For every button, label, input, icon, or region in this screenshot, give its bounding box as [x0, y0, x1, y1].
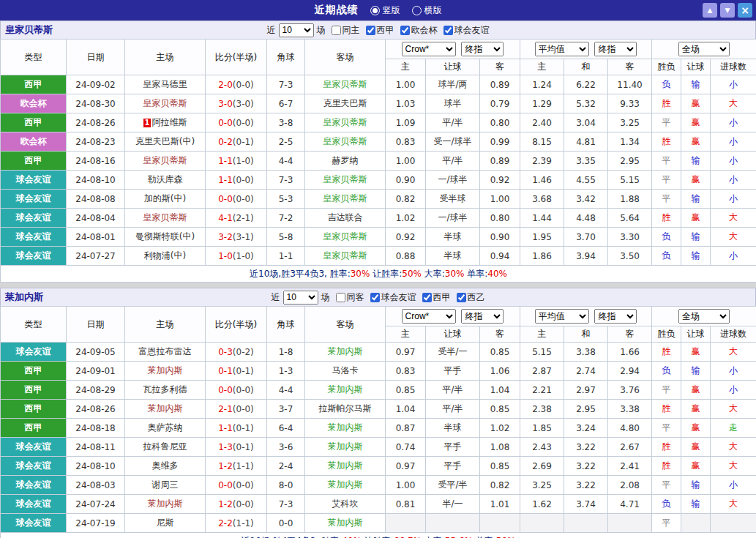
avg-provider-select[interactable]: 平均值: [535, 309, 589, 324]
home-team: 奥萨苏纳: [125, 419, 206, 438]
league-checkbox[interactable]: [457, 293, 466, 302]
scroll-up-button[interactable]: ▲: [703, 3, 717, 18]
avg-away-cell: 3.76: [608, 381, 652, 400]
avg-draw-cell: 2.95: [564, 400, 608, 419]
scroll-down-button[interactable]: ▼: [720, 3, 735, 18]
league-filter-segunda[interactable]: 西乙: [457, 291, 485, 304]
odds-stage-select[interactable]: 终指: [461, 309, 504, 324]
league-filter-laliga[interactable]: 西甲: [422, 291, 451, 304]
away-team-label: 莱加内斯: [328, 346, 363, 356]
avg-home-cell: 1.29: [520, 94, 564, 113]
result-goals-cell: 大: [711, 495, 756, 514]
corner-cell: 2-5: [267, 132, 305, 152]
home-team: 尼斯: [125, 514, 206, 533]
league-type-badge: 西甲: [1, 381, 67, 400]
away-team-label: 皇家贝蒂斯: [323, 193, 367, 203]
avg-provider-select[interactable]: 平均值: [535, 42, 589, 56]
avg-draw-cell: 3.22: [564, 438, 608, 457]
scope-select[interactable]: 全场: [678, 309, 730, 324]
odds-away-cell: [480, 514, 520, 533]
score-cell: 1-3(0-1): [206, 438, 267, 457]
window-controls: ▲ ▼ ×: [703, 3, 752, 18]
league-filter-laliga[interactable]: 西甲: [366, 24, 394, 37]
same-venue-filter[interactable]: 同主: [332, 24, 360, 37]
corner-cell: 6-4: [267, 419, 305, 438]
match-date: 24-09-01: [67, 362, 125, 381]
odds-handicap-cell: 半球: [426, 228, 480, 247]
odds-stage-select[interactable]: 终指: [461, 42, 504, 56]
full-score: 1-3: [218, 442, 233, 452]
same-venue-checkbox[interactable]: [332, 26, 341, 35]
away-team: 莱加内斯: [305, 514, 386, 533]
up-arrow-icon: ▲: [708, 7, 713, 14]
result-handicap-cell: 输: [681, 190, 711, 209]
match-row: 球会友谊24-07-24莱加内斯1-2(0-0)7-3艾科坎0.81半/一1.0…: [1, 495, 756, 514]
col-header-score: 比分(半场): [206, 307, 267, 343]
col-header-handicap-result: 让球: [681, 59, 711, 75]
match-count-select[interactable]: 10: [283, 291, 318, 305]
same-venue-filter[interactable]: 同客: [336, 291, 364, 304]
league-checkbox[interactable]: [370, 293, 380, 302]
home-team: 1阿拉维斯: [125, 113, 206, 132]
away-team-label: 莱加内斯: [328, 460, 363, 471]
league-checkbox[interactable]: [400, 26, 410, 35]
league-checkbox[interactable]: [366, 26, 375, 35]
result-goals-cell: 小: [711, 247, 756, 266]
odds-home-cell: 1.00: [386, 75, 426, 94]
score-cell: 0-3(0-2): [206, 343, 267, 362]
league-label: 欧会杯: [411, 24, 438, 37]
full-score: 1-1: [218, 175, 233, 185]
result-outcome-cell: 负: [652, 495, 681, 514]
team-name: 皇家贝蒂斯: [5, 23, 53, 37]
col-header-odds-away: 客: [480, 59, 520, 75]
layout-radio-vertical[interactable]: 竖版: [370, 4, 400, 17]
result-goals-cell: 大: [711, 438, 756, 457]
col-header-away: 客场: [305, 307, 386, 343]
half-score: (0-0): [233, 118, 254, 128]
league-filter-friendly[interactable]: 球会友谊: [370, 291, 416, 304]
layout-radio-horizontal[interactable]: 横版: [412, 4, 442, 17]
avg-select-cell: 平均值 终指: [520, 307, 652, 326]
avg-stage-select[interactable]: 终指: [594, 42, 637, 56]
home-team-label: 加的斯(中): [144, 193, 186, 203]
match-row: 西甲24-08-29瓦拉多利德0-0(0-0)4-4莱加内斯0.85平/半1.0…: [1, 381, 756, 400]
full-score: 1-0: [218, 251, 233, 261]
odds-provider-select[interactable]: Crow*: [402, 309, 456, 324]
full-score: 1-1: [218, 423, 233, 433]
avg-away-cell: 9.33: [608, 94, 652, 113]
home-team: 莱加内斯: [125, 362, 206, 381]
filter-bar: 近 10 场 同主 西甲 欧会杯 球会友谊: [267, 23, 490, 37]
avg-stage-select[interactable]: 终指: [594, 309, 637, 324]
league-type-badge: 西甲: [1, 419, 67, 438]
same-venue-checkbox[interactable]: [336, 293, 345, 302]
league-checkbox[interactable]: [422, 293, 432, 302]
col-header-odds-handicap: 让球: [426, 326, 480, 343]
odds-home-cell: 0.92: [386, 228, 426, 247]
team-header-row: 皇家贝蒂斯 近 10 场 同主 西甲 欧会杯 球会友谊: [0, 20, 756, 39]
odds-provider-select[interactable]: Crow*: [402, 42, 456, 56]
col-header-result: 胜负: [652, 59, 681, 75]
league-checkbox[interactable]: [444, 26, 453, 35]
result-goals-cell: 小: [711, 75, 756, 94]
odds-home-cell: 1.00: [386, 152, 426, 171]
close-button[interactable]: ×: [738, 3, 752, 18]
scope-select[interactable]: 全场: [678, 42, 730, 56]
match-count-select[interactable]: 10: [279, 23, 314, 37]
result-outcome-cell: 胜: [652, 400, 681, 419]
league-filter-friendly[interactable]: 球会友谊: [444, 24, 490, 37]
league-label: 球会友谊: [454, 24, 490, 37]
league-type-badge: 球会友谊: [1, 476, 67, 495]
corner-cell: 6-7: [267, 94, 305, 113]
half-score: (0-0): [233, 175, 254, 185]
match-date: 24-08-04: [67, 209, 125, 228]
team-name: 莱加内斯: [5, 291, 43, 304]
summary-stat-label: 大率:: [422, 269, 445, 279]
avg-home-cell: 1.62: [520, 495, 564, 514]
home-team-label: 富恩拉布雷达: [139, 346, 192, 356]
league-filter-conference[interactable]: 欧会杯: [400, 24, 438, 37]
league-type-badge: 球会友谊: [1, 247, 67, 266]
scope-select-cell: 全场: [652, 307, 756, 326]
result-handicap-cell: 输: [681, 75, 711, 94]
avg-home-cell: 1.95: [520, 228, 564, 247]
odds-home-cell: [386, 514, 426, 533]
